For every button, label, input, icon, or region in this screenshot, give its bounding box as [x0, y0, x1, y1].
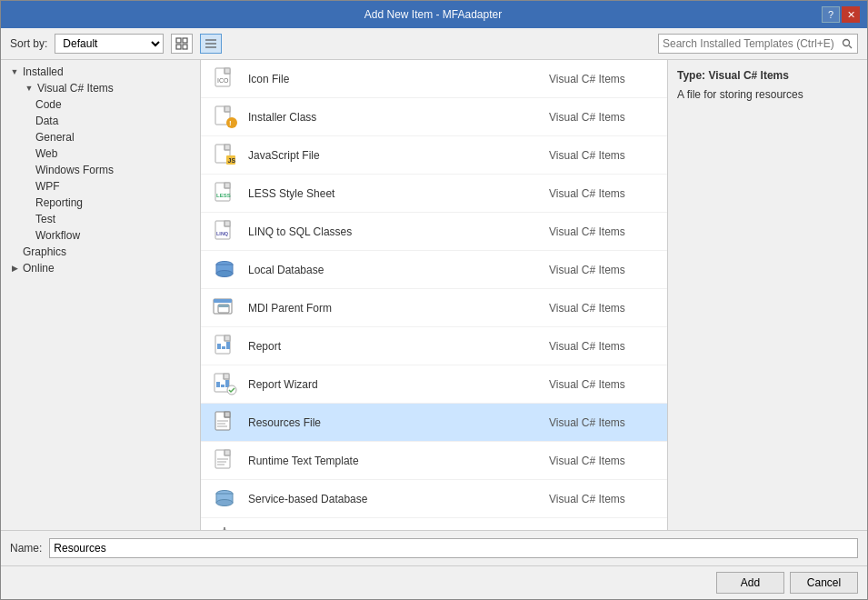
sidebar-item-data[interactable]: Data	[1, 113, 200, 129]
name-input[interactable]	[49, 538, 858, 558]
svg-rect-10	[224, 68, 230, 74]
sidebar-test-label: Test	[35, 213, 55, 225]
item-icon	[210, 446, 239, 475]
sidebar: ▼ Installed ▼ Visual C# Items Code Data …	[1, 60, 201, 530]
svg-point-14	[226, 117, 237, 128]
list-item[interactable]: JS JavaScript File Visual C# Items	[201, 136, 667, 175]
item-name: Service-based Database	[248, 493, 549, 505]
help-button[interactable]: ?	[822, 6, 840, 23]
item-name: Icon File	[248, 73, 549, 85]
sidebar-item-wpf[interactable]: WPF	[1, 178, 200, 195]
sidebar-item-installed[interactable]: ▼ Installed	[1, 64, 200, 80]
list-item[interactable]: Report Wizard Visual C# Items	[201, 365, 667, 404]
item-name: Resources File	[248, 416, 549, 429]
list-item[interactable]: MDI Parent Form Visual C# Items	[201, 289, 667, 327]
svg-rect-40	[216, 382, 220, 387]
toolbar: Sort by: Default	[1, 28, 867, 60]
item-category: Visual C# Items	[549, 149, 658, 162]
svg-rect-34	[224, 335, 230, 341]
svg-rect-24	[224, 221, 230, 226]
sidebar-item-web[interactable]: Web	[1, 145, 200, 162]
action-buttons: Add Cancel	[1, 565, 867, 599]
item-icon	[210, 523, 239, 531]
item-name: LESS Style Sheet	[248, 187, 549, 200]
item-category: Visual C# Items	[549, 225, 658, 238]
expand-icon-online: ▶	[8, 262, 21, 275]
item-category: Visual C# Items	[549, 493, 658, 505]
svg-text:!: !	[229, 119, 232, 127]
sidebar-item-general[interactable]: General	[1, 129, 200, 145]
svg-rect-2	[176, 45, 181, 49]
svg-rect-21	[224, 183, 230, 188]
list-item-resources[interactable]: Resources File Visual C# Items	[201, 404, 667, 442]
svg-point-7	[843, 40, 850, 46]
item-icon: JS	[210, 141, 239, 170]
item-category: Visual C# Items	[549, 378, 658, 391]
item-category: Visual C# Items	[549, 187, 658, 200]
svg-rect-13	[224, 106, 230, 112]
sort-label: Sort by:	[10, 37, 47, 50]
add-button[interactable]: Add	[716, 572, 784, 594]
sidebar-wpf-label: WPF	[35, 180, 60, 193]
type-description: A file for storing resources	[677, 87, 858, 103]
type-label: Type:	[677, 69, 705, 82]
cancel-button[interactable]: Cancel	[790, 572, 858, 594]
list-item[interactable]: ICO Icon File Visual C# Items	[201, 60, 667, 98]
svg-text:LESS: LESS	[216, 193, 231, 198]
dialog-title: Add New Item - MFAadapter	[45, 8, 822, 21]
sidebar-online-label: Online	[23, 262, 55, 275]
type-value: Visual C# Items	[708, 69, 789, 82]
item-icon	[210, 294, 239, 323]
item-icon: ICO	[210, 65, 239, 94]
svg-line-8	[849, 45, 852, 48]
sidebar-item-workflow[interactable]: Workflow	[1, 227, 200, 244]
list-item[interactable]: LESS LESS Style Sheet Visual C# Items	[201, 175, 667, 213]
grid-view-button[interactable]	[171, 34, 193, 54]
sidebar-item-online[interactable]: ▶ Online	[1, 260, 200, 276]
svg-rect-1	[183, 38, 187, 43]
list-item[interactable]: LINQ LINQ to SQL Classes Visual C# Items	[201, 213, 667, 251]
close-button[interactable]: ✕	[842, 6, 860, 23]
sort-select[interactable]: Default	[55, 34, 164, 54]
search-button[interactable]	[837, 34, 857, 54]
item-icon: !	[210, 103, 239, 132]
list-view-button[interactable]	[200, 34, 222, 54]
expand-icon-csharp: ▼	[23, 82, 35, 95]
svg-point-56	[216, 499, 233, 505]
sidebar-item-code[interactable]: Code	[1, 96, 200, 113]
list-item[interactable]: Service-based Database Visual C# Items	[201, 480, 667, 518]
sidebar-workflow-label: Workflow	[35, 229, 80, 242]
list-item[interactable]: Settings File Visual C# Items	[201, 518, 667, 530]
title-bar: Add New Item - MFAadapter ? ✕	[1, 1, 867, 28]
list-item[interactable]: Local Database Visual C# Items	[201, 251, 667, 289]
item-name: Report Wizard	[248, 378, 549, 391]
svg-rect-45	[224, 412, 230, 417]
svg-rect-30	[214, 299, 232, 303]
item-icon	[210, 332, 239, 361]
item-category: Visual C# Items	[549, 111, 658, 124]
sidebar-item-test[interactable]: Test	[1, 211, 200, 227]
item-category: Visual C# Items	[549, 455, 658, 467]
item-name: LINQ to SQL Classes	[248, 225, 549, 238]
name-label: Name:	[10, 542, 42, 555]
expand-icon-installed: ▼	[8, 65, 21, 78]
right-panel: Type: Visual C# Items A file for storing…	[667, 60, 867, 530]
svg-rect-39	[224, 374, 229, 379]
grid-icon	[175, 37, 188, 50]
list-icon	[205, 37, 217, 50]
sidebar-item-graphics[interactable]: Graphics	[1, 244, 200, 260]
sidebar-item-visual-csharp[interactable]: ▼ Visual C# Items	[1, 80, 200, 96]
list-item[interactable]: Report Visual C# Items	[201, 327, 667, 365]
search-input[interactable]	[659, 35, 837, 53]
item-icon: LINQ	[210, 217, 239, 246]
content-panel: ICO Icon File Visual C# Items	[201, 60, 667, 530]
sidebar-item-windows-forms[interactable]: Windows Forms	[1, 162, 200, 178]
svg-text:LINQ: LINQ	[216, 231, 229, 236]
svg-point-28	[216, 270, 233, 276]
list-item[interactable]: ! Installer Class Visual C# Items	[201, 98, 667, 136]
item-category: Visual C# Items	[549, 416, 658, 429]
sidebar-item-reporting[interactable]: Reporting	[1, 195, 200, 211]
sidebar-code-label: Code	[35, 98, 62, 111]
svg-rect-36	[222, 346, 225, 349]
list-item[interactable]: Runtime Text Template Visual C# Items	[201, 442, 667, 480]
